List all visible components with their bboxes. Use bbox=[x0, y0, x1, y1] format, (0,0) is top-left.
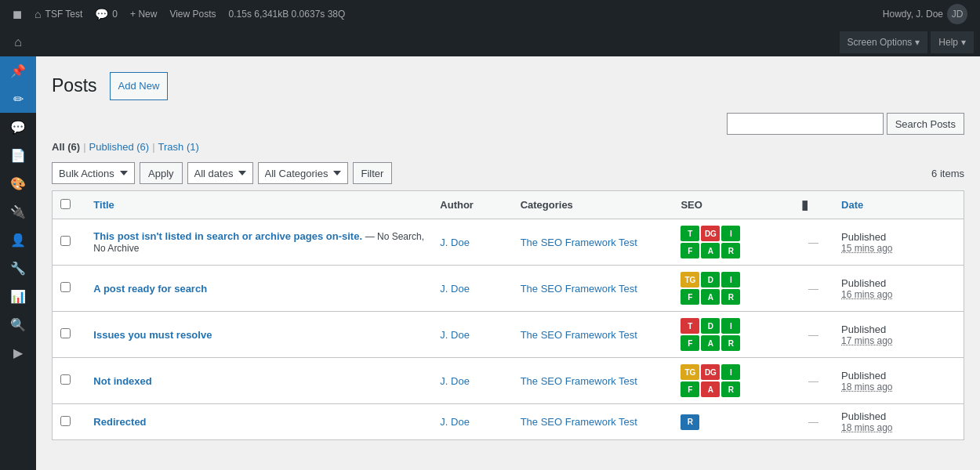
seo-badges-0: TDGIFAR bbox=[681, 226, 743, 258]
th-checkbox bbox=[53, 191, 86, 219]
sidebar-item-play[interactable]: ▶ bbox=[0, 338, 36, 367]
apply-button[interactable]: Apply bbox=[140, 162, 183, 184]
sidebar-item-tsf[interactable]: 📌 bbox=[0, 56, 36, 85]
perf-stats: 0.15s 6,341kB 0.0637s 38Q bbox=[223, 0, 352, 28]
date-status-1: Published bbox=[841, 277, 956, 289]
seo-badge-2-5: R bbox=[721, 335, 740, 351]
table-row: RedirectedJ. DoeThe SEO Framework TestR—… bbox=[53, 404, 964, 440]
post-title-link-2[interactable]: Issues you must resolve bbox=[93, 329, 212, 341]
filter-all[interactable]: All (6) bbox=[52, 141, 80, 153]
seo-badge-3-3: F bbox=[681, 381, 699, 397]
help-btn[interactable]: Help ▾ bbox=[931, 31, 974, 53]
post-title-link-4[interactable]: Redirected bbox=[93, 416, 146, 428]
row-checkbox-1[interactable] bbox=[60, 282, 71, 292]
cat-link-3[interactable]: The SEO Framework Test bbox=[521, 375, 637, 387]
site-name-btn[interactable]: ⌂ TSF Test bbox=[28, 0, 89, 28]
add-new-button[interactable]: Add New bbox=[110, 72, 169, 100]
comment-header-icon: ▮ bbox=[801, 198, 808, 212]
comments-icon: 💬 bbox=[95, 8, 108, 20]
seo-badge-3-1: DG bbox=[701, 364, 720, 380]
post-title-link-3[interactable]: Not indexed bbox=[93, 375, 151, 387]
search-posts-button[interactable]: Search Posts bbox=[887, 113, 964, 135]
sidebar-item-pages[interactable]: 📄 bbox=[0, 141, 36, 169]
comment-dash-2: — bbox=[808, 329, 818, 341]
table-row: This post isn't listed in search or arch… bbox=[53, 219, 964, 266]
date-status-2: Published bbox=[841, 324, 956, 335]
new-label: + New bbox=[130, 9, 157, 20]
filter-button[interactable]: Filter bbox=[353, 162, 393, 184]
wp-logo-btn[interactable]: ■ bbox=[6, 0, 28, 28]
th-title[interactable]: Title bbox=[85, 191, 432, 219]
row-checkbox-2[interactable] bbox=[60, 328, 71, 338]
new-btn[interactable]: + New bbox=[124, 0, 163, 28]
sep-2: | bbox=[152, 141, 154, 153]
date-time-1: 16 mins ago bbox=[841, 289, 956, 300]
user-greeting[interactable]: Howdy, J. Doe JD bbox=[877, 0, 974, 28]
filter-trash[interactable]: Trash (1) bbox=[158, 141, 199, 153]
seo-badge-0-5: R bbox=[721, 243, 740, 258]
post-title-link-1[interactable]: A post ready for search bbox=[93, 283, 207, 295]
seo-badge-0-1: DG bbox=[701, 226, 720, 241]
search-row: Search Posts bbox=[52, 113, 964, 135]
sidebar-item-tools[interactable]: 🔧 bbox=[0, 254, 36, 282]
sidebar-item-posts[interactable]: ✏ bbox=[0, 85, 36, 113]
row-checkbox-0[interactable] bbox=[60, 236, 71, 246]
th-date[interactable]: Date bbox=[833, 191, 964, 219]
row-checkbox-4[interactable] bbox=[60, 416, 71, 426]
page-content: Posts Add New Search Posts All (6) | Pub… bbox=[52, 72, 964, 440]
seo-badge-1-0: TG bbox=[681, 272, 699, 287]
sidebar: ⌂ 📌 ✏ 💬 📄 🎨 🔌 👤 🔧 📊 🔍 ▶ bbox=[0, 28, 36, 470]
page-heading: Posts Add New bbox=[52, 72, 964, 100]
sidebar-item-comments[interactable]: 💬 bbox=[0, 113, 36, 141]
comment-dash-4: — bbox=[808, 416, 818, 428]
seo-badge-1-3: F bbox=[681, 289, 699, 305]
date-time-4: 18 mins ago bbox=[841, 422, 956, 433]
table-row: Issues you must resolveJ. DoeThe SEO Fra… bbox=[53, 312, 964, 358]
author-link-4[interactable]: J. Doe bbox=[440, 416, 470, 428]
seo-badges-3: TGDGIFAR bbox=[681, 364, 743, 397]
seo-badge-2-0: T bbox=[681, 318, 699, 334]
cat-link-4[interactable]: The SEO Framework Test bbox=[521, 416, 637, 428]
seo-badge-4-0: R bbox=[681, 414, 699, 430]
sidebar-item-analytics[interactable]: 📊 bbox=[0, 282, 36, 310]
comment-dash-0: — bbox=[808, 237, 818, 248]
table-header-row: Title Author Categories SEO ▮ bbox=[53, 191, 964, 219]
filter-published[interactable]: Published (6) bbox=[89, 141, 150, 153]
select-all-checkbox[interactable] bbox=[60, 199, 71, 209]
author-link-2[interactable]: J. Doe bbox=[440, 329, 470, 341]
sidebar-item-appearance[interactable]: 🎨 bbox=[0, 169, 36, 197]
screen-options-btn[interactable]: Screen Options ▾ bbox=[840, 31, 928, 53]
seo-badge-2-1: D bbox=[701, 318, 720, 334]
seo-badges-4: R bbox=[681, 414, 743, 430]
author-link-3[interactable]: J. Doe bbox=[440, 375, 470, 387]
admin-bar: ■ ⌂ TSF Test 💬 0 + New View Posts 0.15s … bbox=[0, 0, 980, 28]
cat-link-0[interactable]: The SEO Framework Test bbox=[521, 237, 637, 248]
th-author: Author bbox=[432, 191, 512, 219]
view-posts-label: View Posts bbox=[169, 9, 216, 20]
search-input[interactable] bbox=[727, 113, 884, 135]
chevron-down-icon-help: ▾ bbox=[961, 37, 966, 48]
items-count: 6 items bbox=[931, 168, 964, 179]
cat-link-1[interactable]: The SEO Framework Test bbox=[521, 283, 637, 295]
sep-1: | bbox=[83, 141, 85, 153]
row-checkbox-3[interactable] bbox=[60, 374, 71, 385]
bulk-actions-dropdown[interactable]: Bulk Actions bbox=[52, 162, 135, 184]
sidebar-item-dashboard[interactable]: ⌂ bbox=[0, 28, 36, 56]
sidebar-item-search[interactable]: 🔍 bbox=[0, 310, 36, 338]
view-posts-btn[interactable]: View Posts bbox=[163, 0, 222, 28]
date-time-2: 17 mins ago bbox=[841, 335, 956, 346]
dates-dropdown[interactable]: All dates bbox=[187, 162, 253, 184]
seo-badge-2-3: F bbox=[681, 335, 699, 351]
comment-dash-1: — bbox=[808, 283, 818, 295]
date-status-0: Published bbox=[841, 231, 956, 243]
comments-btn[interactable]: 💬 0 bbox=[89, 0, 124, 28]
post-title-link-0[interactable]: This post isn't listed in search or arch… bbox=[93, 230, 362, 242]
categories-dropdown[interactable]: All Categories bbox=[258, 162, 348, 184]
seo-badge-3-5: R bbox=[721, 381, 740, 397]
sidebar-item-plugins[interactable]: 🔌 bbox=[0, 197, 36, 226]
cat-link-2[interactable]: The SEO Framework Test bbox=[521, 329, 637, 341]
seo-badge-2-2: I bbox=[721, 318, 740, 334]
sidebar-item-users[interactable]: 👤 bbox=[0, 226, 36, 254]
author-link-1[interactable]: J. Doe bbox=[440, 283, 470, 295]
author-link-0[interactable]: J. Doe bbox=[440, 237, 470, 248]
